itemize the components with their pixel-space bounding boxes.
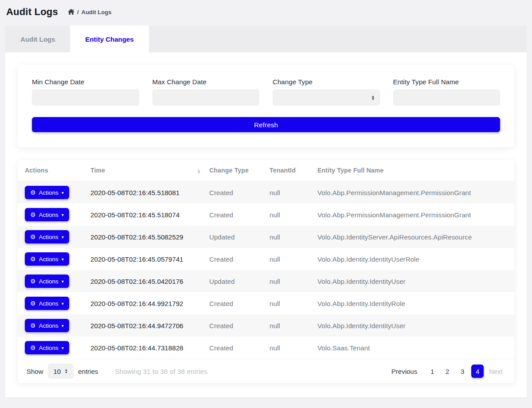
breadcrumb-separator: / bbox=[77, 9, 79, 16]
cell-tenantid: null bbox=[262, 181, 310, 204]
actions-button-label: Actions bbox=[39, 322, 59, 329]
pagination-next[interactable]: Next bbox=[486, 365, 505, 378]
cell-tenantid: null bbox=[262, 204, 310, 226]
cell-actions: ⚙Actions▾ bbox=[18, 204, 83, 226]
cell-actions: ⚙Actions▾ bbox=[18, 292, 83, 314]
cell-tenantid: null bbox=[262, 248, 310, 270]
page-size-select[interactable]: 10 ▴▾ bbox=[48, 364, 74, 379]
entity-changes-table: Actions Time↑↓ Change Type TenantId Enti… bbox=[18, 160, 514, 359]
caret-down-icon: ▾ bbox=[62, 345, 64, 350]
gear-icon: ⚙ bbox=[30, 300, 36, 306]
select-updown-icon: ▴▾ bbox=[372, 95, 375, 100]
cell-time: 2020-05-08T02:16:45.518081 bbox=[83, 181, 202, 204]
caret-down-icon: ▾ bbox=[62, 301, 64, 306]
min-change-date-label: Min Change Date bbox=[32, 78, 139, 86]
cell-entity-type: Volo.Abp.IdentityServer.ApiResources.Api… bbox=[310, 226, 514, 248]
gear-icon: ⚙ bbox=[30, 345, 36, 351]
entity-type-input[interactable] bbox=[393, 90, 501, 106]
tab-bar: Audit Logs Entity Changes bbox=[5, 26, 527, 52]
table-row: ⚙Actions▾2020-05-08T02:16:45.518074Creat… bbox=[18, 204, 514, 226]
max-change-date-label: Max Change Date bbox=[153, 78, 260, 86]
table-row: ⚙Actions▾2020-05-08T02:16:45.0420176Upda… bbox=[18, 270, 514, 292]
caret-down-icon: ▾ bbox=[62, 323, 64, 328]
cell-entity-type: Volo.Abp.PermissionManagement.Permission… bbox=[310, 204, 514, 226]
caret-down-icon: ▾ bbox=[62, 279, 64, 284]
cell-time: 2020-05-08T02:16:45.518074 bbox=[83, 204, 202, 226]
home-icon[interactable] bbox=[68, 9, 74, 15]
table-body: ⚙Actions▾2020-05-08T02:16:45.518081Creat… bbox=[18, 181, 514, 359]
column-header-time[interactable]: Time↑↓ bbox=[83, 160, 202, 181]
cell-change-type: Created bbox=[202, 204, 262, 226]
cell-actions: ⚙Actions▾ bbox=[18, 337, 83, 359]
actions-button-label: Actions bbox=[39, 212, 59, 218]
cell-change-type: Updated bbox=[202, 270, 262, 292]
breadcrumb: / Audit Logs bbox=[68, 9, 112, 16]
caret-down-icon: ▾ bbox=[62, 190, 64, 195]
table-row: ⚙Actions▾2020-05-08T02:16:45.5082529Upda… bbox=[18, 226, 514, 248]
gear-icon: ⚙ bbox=[30, 189, 36, 196]
cell-actions: ⚙Actions▾ bbox=[18, 270, 83, 292]
filter-entity-type: Entity Type Full Name bbox=[393, 78, 501, 106]
column-header-change-type: Change Type bbox=[202, 160, 262, 181]
change-type-select[interactable]: ▴▾ bbox=[273, 90, 380, 106]
cell-tenantid: null bbox=[262, 314, 310, 337]
filter-change-type: Change Type ▴▾ bbox=[273, 78, 380, 106]
table-header-row: Actions Time↑↓ Change Type TenantId Enti… bbox=[18, 160, 514, 181]
row-actions-button[interactable]: ⚙Actions▾ bbox=[25, 275, 69, 288]
table-footer: Show 10 ▴▾ entries Showing 31 to 38 of 3… bbox=[18, 359, 514, 383]
cell-change-type: Updated bbox=[202, 226, 262, 248]
min-change-date-input[interactable] bbox=[32, 90, 139, 106]
pagination-page-2[interactable]: 2 bbox=[441, 365, 454, 378]
row-actions-button[interactable]: ⚙Actions▾ bbox=[25, 208, 69, 221]
entries-label: entries bbox=[78, 368, 98, 375]
pagination: Previous1234Next bbox=[389, 365, 505, 378]
cell-entity-type: Volo.Saas.Tenant bbox=[310, 337, 514, 359]
column-header-entity-type: Entity Type Full Name bbox=[310, 160, 514, 181]
cell-actions: ⚙Actions▾ bbox=[18, 314, 83, 337]
gear-icon: ⚙ bbox=[30, 256, 36, 262]
table-row: ⚙Actions▾2020-05-08T02:16:45.518081Creat… bbox=[18, 181, 514, 204]
pagination-page-1[interactable]: 1 bbox=[426, 365, 438, 378]
breadcrumb-current: Audit Logs bbox=[82, 9, 112, 16]
row-actions-button[interactable]: ⚙Actions▾ bbox=[25, 341, 69, 354]
show-label: Show bbox=[27, 368, 43, 375]
pagination-previous[interactable]: Previous bbox=[389, 365, 420, 378]
sort-icon[interactable]: ↑↓ bbox=[196, 167, 199, 174]
cell-time: 2020-05-08T02:16:44.9921792 bbox=[83, 292, 202, 314]
cell-time: 2020-05-08T02:16:44.7318828 bbox=[83, 337, 202, 359]
change-type-label: Change Type bbox=[273, 78, 380, 86]
filter-max-change-date: Max Change Date bbox=[153, 78, 260, 106]
row-actions-button[interactable]: ⚙Actions▾ bbox=[25, 230, 69, 243]
page-size-control: Show 10 ▴▾ entries bbox=[27, 364, 98, 379]
cell-entity-type: Volo.Abp.Identity.IdentityUser bbox=[310, 314, 514, 337]
cell-time: 2020-05-08T02:16:45.5082529 bbox=[83, 226, 202, 248]
refresh-button[interactable]: Refresh bbox=[32, 117, 500, 132]
row-actions-button[interactable]: ⚙Actions▾ bbox=[25, 297, 69, 310]
table-row: ⚙Actions▾2020-05-08T02:16:44.9472706Crea… bbox=[18, 314, 514, 337]
actions-button-label: Actions bbox=[39, 256, 59, 263]
caret-down-icon: ▾ bbox=[62, 212, 64, 217]
table-row: ⚙Actions▾2020-05-08T02:16:45.0579741Crea… bbox=[18, 248, 514, 270]
max-change-date-input[interactable] bbox=[153, 90, 260, 106]
actions-button-label: Actions bbox=[39, 189, 59, 196]
tab-audit-logs[interactable]: Audit Logs bbox=[5, 26, 70, 52]
cell-entity-type: Volo.Abp.PermissionManagement.Permission… bbox=[310, 181, 514, 204]
cell-actions: ⚙Actions▾ bbox=[18, 248, 83, 270]
row-actions-button[interactable]: ⚙Actions▾ bbox=[25, 252, 69, 266]
tab-entity-changes[interactable]: Entity Changes bbox=[70, 26, 149, 52]
cell-tenantid: null bbox=[262, 270, 310, 292]
table-row: ⚙Actions▾2020-05-08T02:16:44.9921792Crea… bbox=[18, 292, 514, 314]
cell-tenantid: null bbox=[262, 292, 310, 314]
row-actions-button[interactable]: ⚙Actions▾ bbox=[25, 186, 69, 199]
entity-type-label: Entity Type Full Name bbox=[393, 78, 501, 86]
actions-button-label: Actions bbox=[39, 234, 59, 240]
row-actions-button[interactable]: ⚙Actions▾ bbox=[25, 319, 69, 332]
caret-down-icon: ▾ bbox=[62, 235, 64, 239]
actions-button-label: Actions bbox=[39, 300, 59, 307]
pagination-page-3[interactable]: 3 bbox=[456, 365, 469, 378]
pagination-page-4[interactable]: 4 bbox=[471, 365, 484, 378]
page-title: Audit Logs bbox=[6, 6, 58, 18]
audit-logs-page: Audit Logs / Audit Logs Audit Logs Entit… bbox=[0, 0, 532, 397]
actions-button-label: Actions bbox=[39, 345, 59, 351]
cell-time: 2020-05-08T02:16:44.9472706 bbox=[83, 314, 202, 337]
